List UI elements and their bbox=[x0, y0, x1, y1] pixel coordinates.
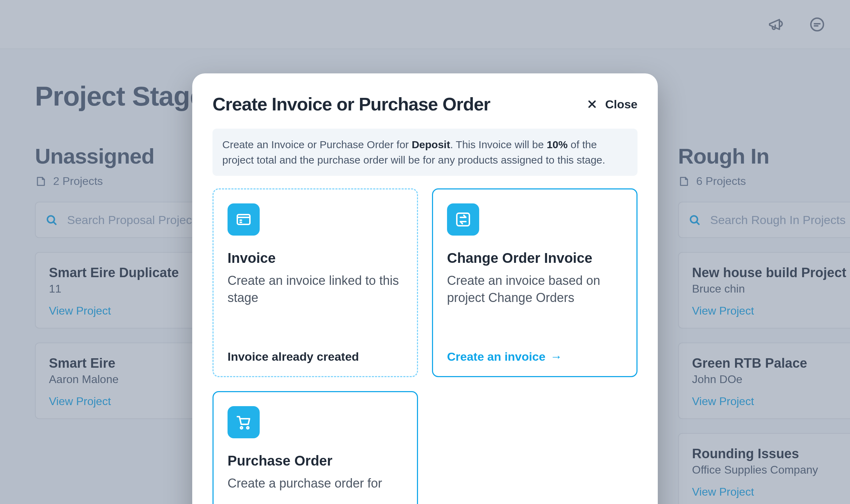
arrow-right-icon: → bbox=[550, 350, 562, 363]
note-stage: Deposit bbox=[412, 139, 450, 150]
svg-rect-4 bbox=[457, 213, 469, 226]
option-title: Purchase Order bbox=[228, 453, 403, 469]
svg-point-6 bbox=[247, 427, 249, 429]
modal-title: Create Invoice or Purchase Order bbox=[212, 94, 490, 115]
option-desc: Create an invoice based on project Chang… bbox=[447, 272, 622, 306]
option-change-order-invoice[interactable]: Change Order Invoice Create an invoice b… bbox=[432, 188, 638, 377]
note-text: . This Invoice will be bbox=[450, 139, 547, 150]
option-title: Invoice bbox=[228, 250, 403, 266]
option-desc: Create a purchase order for bbox=[228, 475, 403, 492]
note-percent: 10% bbox=[547, 139, 568, 150]
swap-icon bbox=[447, 203, 479, 236]
close-label: Close bbox=[605, 98, 638, 111]
note-text: Create an Invoice or Purchase Order for bbox=[222, 139, 412, 150]
option-desc: Create an invoice linked to this stage bbox=[228, 272, 403, 306]
create-invoice-modal: Create Invoice or Purchase Order Close C… bbox=[192, 73, 658, 504]
close-button[interactable]: Close bbox=[586, 98, 638, 111]
option-invoice[interactable]: Invoice Create an invoice linked to this… bbox=[212, 188, 418, 377]
cart-icon bbox=[228, 406, 260, 438]
create-invoice-link[interactable]: Create an invoice → bbox=[447, 350, 622, 363]
svg-point-5 bbox=[240, 427, 243, 429]
invoice-icon bbox=[228, 203, 260, 236]
modal-header: Create Invoice or Purchase Order Close bbox=[212, 94, 638, 115]
close-icon bbox=[586, 98, 598, 110]
option-purchase-order[interactable]: Purchase Order Create a purchase order f… bbox=[212, 391, 418, 504]
modal-note: Create an Invoice or Purchase Order for … bbox=[212, 129, 638, 176]
cta-label: Create an invoice bbox=[447, 350, 546, 363]
svg-rect-3 bbox=[237, 215, 250, 224]
option-footer: Invoice already created bbox=[228, 350, 403, 363]
option-grid: Invoice Create an invoice linked to this… bbox=[212, 188, 638, 504]
option-title: Change Order Invoice bbox=[447, 250, 622, 266]
